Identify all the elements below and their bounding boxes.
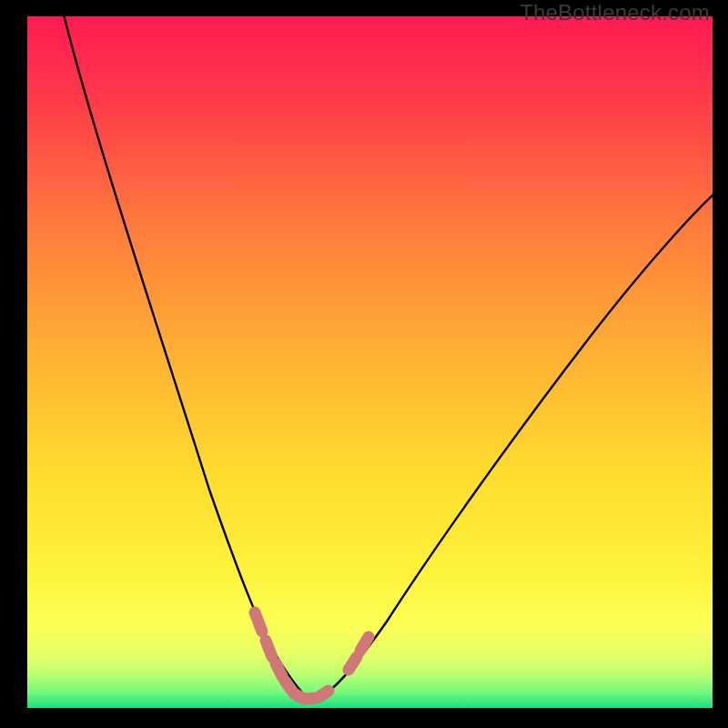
- chart-frame: TheBottleneck.com: [0, 0, 728, 728]
- curve-layer: [27, 16, 713, 708]
- watermark-text: TheBottleneck.com: [520, 0, 710, 25]
- bottleneck-curve: [62, 16, 713, 698]
- optimal-zone-highlight: [255, 612, 369, 699]
- plot-area: [27, 16, 713, 708]
